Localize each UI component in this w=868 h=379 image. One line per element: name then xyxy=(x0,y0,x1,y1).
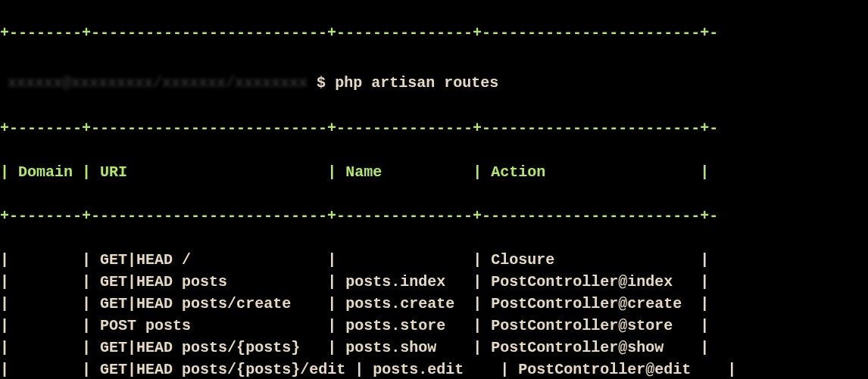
table-divider: +--------+--------------------------+---… xyxy=(0,117,868,139)
cell-uri: GET|HEAD posts/{posts} xyxy=(100,339,318,356)
cell-action: PostController@store xyxy=(491,317,691,334)
cell-action: PostController@create xyxy=(491,295,691,312)
cell-action: PostController@show xyxy=(491,339,691,356)
prompt-path: xxxxxx@xxxxxxxxx/xxxxxxx/xxxxxxxx xyxy=(8,74,308,92)
table-header-row: | Domain | URI | Name | Action | xyxy=(0,161,868,183)
cell-action: Closure xyxy=(491,251,691,269)
col-header-name: Name xyxy=(345,163,464,181)
prompt-line[interactable]: xxxxxx@xxxxxxxxx/xxxxxxx/xxxxxxxx $ php … xyxy=(0,66,868,95)
cell-uri: GET|HEAD posts/{posts}/edit xyxy=(100,361,345,378)
cell-domain xyxy=(18,317,73,334)
table-row: | | GET|HEAD posts/create | posts.create… xyxy=(0,293,868,315)
table-row: | | GET|HEAD posts/{posts}/edit | posts.… xyxy=(0,359,868,379)
cell-name: posts.index xyxy=(345,273,464,290)
cell-name: posts.show xyxy=(345,339,464,356)
table-divider-top: +--------+--------------------------+---… xyxy=(0,22,868,44)
table-body: | | GET|HEAD / | | Closure | | | GET|HEA… xyxy=(0,249,868,379)
cell-name: posts.create xyxy=(345,295,464,312)
terminal-output: +--------+--------------------------+---… xyxy=(0,0,868,379)
cell-domain xyxy=(18,273,73,290)
table-row: | | POST posts | posts.store | PostContr… xyxy=(0,315,868,337)
cell-domain xyxy=(18,361,73,378)
cell-name: posts.edit xyxy=(373,361,491,378)
prompt-dollar: $ xyxy=(317,74,326,92)
table-row: | | GET|HEAD posts | posts.index | PostC… xyxy=(0,271,868,293)
cell-uri: GET|HEAD posts xyxy=(100,273,318,290)
table-row: | | GET|HEAD posts/{posts} | posts.show … xyxy=(0,337,868,359)
cell-name xyxy=(345,251,464,269)
cell-action: PostController@edit xyxy=(518,361,718,378)
col-header-uri: URI xyxy=(100,163,318,181)
cell-domain xyxy=(18,295,73,312)
cell-uri: GET|HEAD / xyxy=(100,251,318,269)
cell-uri: POST posts xyxy=(100,317,318,334)
col-header-domain: Domain xyxy=(18,163,73,181)
col-header-action: Action xyxy=(491,163,691,181)
cell-action: PostController@index xyxy=(491,273,691,290)
cell-domain xyxy=(18,251,73,269)
table-divider: +--------+--------------------------+---… xyxy=(0,205,868,227)
table-row: | | GET|HEAD / | | Closure | xyxy=(0,249,868,271)
command-text: php artisan routes xyxy=(335,74,498,92)
cell-domain xyxy=(18,339,73,356)
cell-name: posts.store xyxy=(345,317,464,334)
cell-uri: GET|HEAD posts/create xyxy=(100,295,318,312)
